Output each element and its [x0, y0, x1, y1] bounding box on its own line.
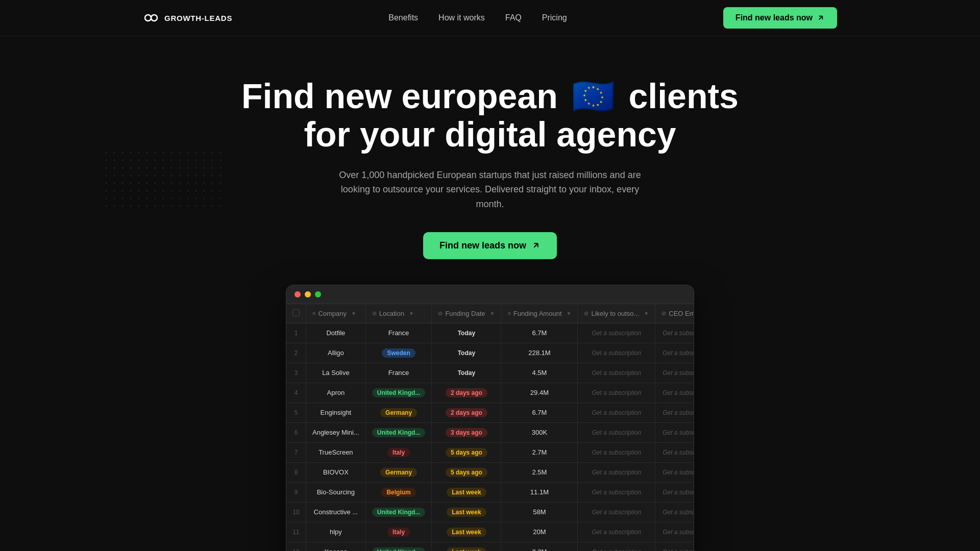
svg-point-16: [220, 152, 222, 154]
svg-point-49: [122, 175, 124, 177]
table-row[interactable]: 7 TrueScreen Italy 5 days ago 2.7M Get a…: [286, 442, 694, 462]
svg-point-12: [187, 152, 189, 154]
row-amount: 2.7M: [501, 442, 578, 462]
svg-point-27: [187, 160, 189, 161]
col-likely[interactable]: ⊘ Likely to outso... ▼: [578, 304, 655, 323]
svg-point-109: [122, 206, 124, 207]
nav-link-faq[interactable]: FAQ: [505, 13, 522, 22]
svg-point-101: [179, 198, 181, 199]
col-location[interactable]: ⊘ Location ▼: [365, 304, 432, 323]
svg-point-45: [212, 167, 213, 169]
svg-point-119: [204, 206, 205, 207]
row-amount: 2.5M: [501, 462, 578, 482]
row-location: Germany: [365, 462, 432, 482]
svg-point-95: [130, 198, 132, 199]
row-funding-date: Last week: [432, 502, 501, 522]
row-num: 6: [286, 422, 306, 442]
row-funding-date: 2 days ago: [432, 383, 501, 403]
svg-point-76: [220, 183, 222, 184]
table-row[interactable]: 3 La Solive France Today 4.5M Get a subs…: [286, 363, 694, 383]
row-funding-date: 5 days ago: [432, 442, 501, 462]
row-email[interactable]: Get a subscripti...: [655, 323, 694, 343]
row-likely[interactable]: Get a subscription: [578, 323, 655, 343]
window-minimize-dot: [305, 291, 311, 297]
svg-point-33: [114, 167, 115, 169]
nav-link-how-it-works[interactable]: How it works: [438, 13, 485, 22]
nav-cta-label: Find new leads now: [736, 13, 813, 22]
nav-link-pricing[interactable]: Pricing: [542, 13, 567, 22]
svg-point-112: [146, 206, 148, 207]
svg-point-110: [130, 206, 132, 207]
svg-point-50: [130, 175, 132, 177]
row-funding-date: 3 days ago: [432, 422, 501, 442]
row-email[interactable]: Get a subscripti...: [655, 482, 694, 502]
svg-point-82: [146, 190, 148, 192]
table-row[interactable]: 10 Constructive ... United Kingd... Last…: [286, 502, 694, 522]
table-row[interactable]: 2 Alligo Sweden Today 228.1M Get a subsc…: [286, 343, 694, 363]
row-email[interactable]: Get a subscripti...: [655, 502, 694, 522]
row-likely[interactable]: Get a subscription: [578, 403, 655, 422]
row-email[interactable]: Get a subscripti...: [655, 462, 694, 482]
row-email[interactable]: Get a subscripti...: [655, 403, 694, 422]
hero-cta-button[interactable]: Find new leads now: [423, 232, 557, 259]
row-num: 11: [286, 522, 306, 542]
svg-point-84: [163, 190, 164, 192]
row-likely[interactable]: Get a subscription: [578, 383, 655, 403]
col-ceo-email[interactable]: ⊘ CEO Email ▼: [655, 304, 694, 323]
row-funding-date: Last week: [432, 522, 501, 542]
svg-point-23: [155, 160, 156, 161]
svg-point-73: [195, 183, 197, 184]
row-location: France: [365, 363, 432, 383]
row-email[interactable]: Get a subscripti...: [655, 542, 694, 551]
table-row[interactable]: 4 Apron United Kingd... 2 days ago 29.4M…: [286, 383, 694, 403]
row-num: 3: [286, 363, 306, 383]
row-likely[interactable]: Get a subscription: [578, 462, 655, 482]
table-row[interactable]: 8 BIOVOX Germany 5 days ago 2.5M Get a s…: [286, 462, 694, 482]
svg-point-13: [195, 152, 197, 154]
col-checkbox: [286, 304, 306, 323]
row-likely[interactable]: Get a subscription: [578, 343, 655, 363]
row-likely[interactable]: Get a subscription: [578, 502, 655, 522]
row-funding-date: 2 days ago: [432, 403, 501, 422]
nav-cta-button[interactable]: Find new leads now: [723, 7, 837, 29]
table-row[interactable]: 1 Dotfile France Today 6.7M Get a subscr…: [286, 323, 694, 343]
row-email[interactable]: Get a subscripti...: [655, 383, 694, 403]
row-email[interactable]: Get a subscripti...: [655, 363, 694, 383]
table-row[interactable]: 11 hlpy Italy Last week 20M Get a subscr…: [286, 522, 694, 542]
svg-point-36: [138, 167, 140, 169]
row-email[interactable]: Get a subscripti...: [655, 343, 694, 363]
col-funding-amount[interactable]: ≡ Funding Amount ▼: [501, 304, 578, 323]
row-email[interactable]: Get a subscripti...: [655, 442, 694, 462]
svg-point-41: [179, 167, 181, 169]
svg-point-40: [171, 167, 173, 169]
row-location: Italy: [365, 442, 432, 462]
row-likely[interactable]: Get a subscription: [578, 522, 655, 542]
table-row[interactable]: 12 Knoops United Kingd... Last week 2.2M…: [286, 542, 694, 551]
row-likely[interactable]: Get a subscription: [578, 422, 655, 442]
row-email[interactable]: Get a subscripti...: [655, 422, 694, 442]
nav-logo[interactable]: GROWTH-LEADS: [143, 10, 232, 26]
row-likely[interactable]: Get a subscription: [578, 363, 655, 383]
svg-point-18: [114, 160, 115, 161]
row-email[interactable]: Get a subscripti...: [655, 522, 694, 542]
row-likely[interactable]: Get a subscription: [578, 442, 655, 462]
hero-title-part2: clients: [629, 77, 739, 115]
nav-link-benefits[interactable]: Benefits: [388, 13, 418, 22]
svg-point-46: [220, 167, 222, 169]
logo-text: GROWTH-LEADS: [164, 14, 232, 22]
svg-point-8: [155, 152, 156, 154]
svg-point-30: [212, 160, 213, 161]
row-likely[interactable]: Get a subscription: [578, 482, 655, 502]
svg-point-90: [212, 190, 213, 192]
row-likely[interactable]: Get a subscription: [578, 542, 655, 551]
svg-point-106: [220, 198, 222, 199]
header-checkbox[interactable]: [292, 309, 300, 316]
table-row[interactable]: 5 Enginsight Germany 2 days ago 6.7M Get…: [286, 403, 694, 422]
col-company[interactable]: ≡ Company ▼: [306, 304, 366, 323]
row-company: Alligo: [306, 343, 366, 363]
table-row[interactable]: 6 Anglesey Mini... United Kingd... 3 day…: [286, 422, 694, 442]
table-row[interactable]: 9 Bio-Sourcing Belgium Last week 11.1M G…: [286, 482, 694, 502]
col-funding-date[interactable]: ⊘ Funding Date ▼: [432, 304, 501, 323]
row-location: United Kingd...: [365, 542, 432, 551]
row-amount: 29.4M: [501, 383, 578, 403]
